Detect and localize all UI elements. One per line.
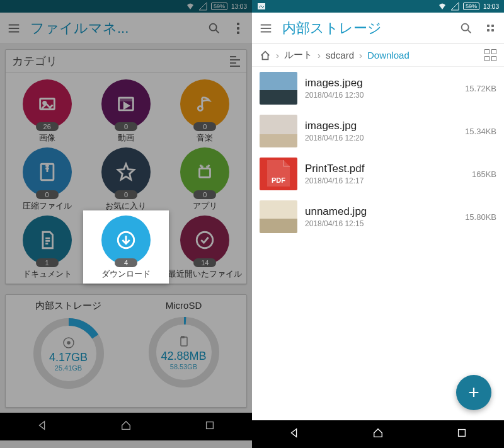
category-android[interactable]: 0 アプリ xyxy=(168,147,243,212)
svg-point-5 xyxy=(198,106,203,111)
app-bar-right: 内部ストレージ xyxy=(252,13,504,44)
status-bar: 59% 13:03 xyxy=(0,0,252,13)
grid-view-button[interactable] xyxy=(484,49,496,61)
storage-internal[interactable]: 内部ストレージ 4.17GB 25.41GB xyxy=(11,300,126,391)
storage-title: MicroSD xyxy=(166,300,202,311)
file-size: 165KB xyxy=(472,169,496,179)
home-icon[interactable] xyxy=(260,50,271,61)
category-label: ダウンロード xyxy=(101,268,151,280)
category-video[interactable]: 0 動画 xyxy=(88,79,163,144)
phone-left: 59% 13:03 ファイルマネ... カテゴリ 26 画像 0 動画 0 音楽… xyxy=(0,0,252,448)
svg-rect-18 xyxy=(181,337,187,346)
wifi-icon xyxy=(438,2,447,11)
signal-icon xyxy=(450,2,459,11)
file-list: images.jpeg 2018/04/16 12:30 15.72KB ima… xyxy=(252,67,504,420)
file-size: 15.72KB xyxy=(465,84,496,93)
home-button[interactable] xyxy=(372,427,384,441)
picture-icon xyxy=(257,2,266,11)
wifi-icon xyxy=(186,2,195,11)
nav-bar xyxy=(0,413,252,440)
category-doc[interactable]: 1 ドキュメント xyxy=(9,215,84,280)
file-thumb xyxy=(260,200,297,233)
category-recent[interactable]: 14 最近開いたファイル xyxy=(168,215,243,280)
category-count: 0 xyxy=(36,190,59,199)
category-count: 26 xyxy=(36,122,59,131)
chevron-icon: › xyxy=(318,50,321,60)
category-count: 1 xyxy=(36,258,59,267)
file-size: 15.80KB xyxy=(465,212,496,222)
storage-title: 内部ストレージ xyxy=(35,300,101,312)
file-thumb xyxy=(260,115,297,147)
category-count: 0 xyxy=(193,190,216,199)
svg-rect-20 xyxy=(207,422,214,429)
app-title: ファイルマネ... xyxy=(30,19,198,38)
svg-point-11 xyxy=(197,232,214,248)
file-size: 15.34KB xyxy=(465,127,496,136)
svg-rect-7 xyxy=(200,168,210,177)
category-label: 画像 xyxy=(39,132,55,144)
recent-button[interactable] xyxy=(456,427,467,441)
svg-rect-4 xyxy=(119,98,134,100)
time-label: 13:03 xyxy=(231,3,247,10)
category-label: アプリ xyxy=(193,200,217,212)
home-button[interactable] xyxy=(120,420,132,434)
search-button[interactable] xyxy=(459,21,474,36)
back-button[interactable] xyxy=(37,420,48,434)
phone-right: 59% 13:03 内部ストレージ › ルート › sdcard › Downl… xyxy=(252,0,504,448)
file-name: images.jpeg xyxy=(305,77,457,89)
signal-icon xyxy=(198,2,207,11)
file-row[interactable]: unnamed.jpg 2018/04/16 12:15 15.80KB xyxy=(252,195,504,238)
crumb-root[interactable]: ルート xyxy=(284,49,312,61)
storage-sd[interactable]: MicroSD 42.88MB 58.53GB xyxy=(126,300,241,391)
file-name: PrintTest.pdf xyxy=(305,163,464,175)
category-count: 0 xyxy=(115,190,137,199)
crumb-sdcard[interactable]: sdcard xyxy=(326,50,354,60)
category-label: ドキュメント xyxy=(23,268,72,280)
storage-used: 4.17GB xyxy=(49,351,88,364)
search-button[interactable] xyxy=(207,21,222,36)
menu-button[interactable] xyxy=(6,21,21,36)
file-thumb: PDF xyxy=(260,158,297,190)
category-image[interactable]: 26 画像 xyxy=(9,79,84,144)
storage-panel: 内部ストレージ 4.17GB 25.41GB MicroSD 42.88MB 5… xyxy=(5,294,247,408)
battery-label: 59% xyxy=(463,3,479,10)
nav-bar xyxy=(252,420,504,448)
file-row[interactable]: PDF PrintTest.pdf 2018/04/16 12:17 165KB xyxy=(252,152,504,195)
crumb-current[interactable]: Download xyxy=(367,50,410,60)
category-label: 動画 xyxy=(118,132,134,144)
file-row[interactable]: images.jpg 2018/04/16 12:20 15.34KB xyxy=(252,110,504,152)
breadcrumb: › ルート › sdcard › Download xyxy=(252,44,504,67)
fab-add-button[interactable]: + xyxy=(456,375,491,410)
category-label: 最近開いたファイル xyxy=(168,268,242,280)
category-panel: カテゴリ 26 画像 0 動画 0 音楽 0 圧縮ファイル 0 お気に入り 0 … xyxy=(5,49,247,284)
svg-point-0 xyxy=(210,23,217,30)
more-button[interactable] xyxy=(231,21,246,36)
chevron-icon: › xyxy=(359,50,362,60)
file-thumb xyxy=(260,72,297,105)
category-music[interactable]: 0 音楽 xyxy=(168,79,243,144)
category-star[interactable]: 0 お気に入り xyxy=(88,147,163,212)
file-row[interactable]: images.jpeg 2018/04/16 12:30 15.72KB xyxy=(252,67,504,110)
category-zip[interactable]: 0 圧縮ファイル xyxy=(9,147,84,212)
list-view-icon[interactable] xyxy=(230,56,240,67)
svg-point-15 xyxy=(67,342,70,344)
back-button[interactable] xyxy=(289,427,300,441)
category-label: 圧縮ファイル xyxy=(23,200,72,212)
storage-used: 42.88MB xyxy=(161,350,206,363)
chevron-icon: › xyxy=(276,50,279,60)
svg-rect-23 xyxy=(459,430,466,437)
menu-button[interactable] xyxy=(258,21,273,36)
file-name: images.jpg xyxy=(305,120,457,132)
file-date: 2018/04/16 12:15 xyxy=(305,219,457,228)
category-download[interactable]: 4 ダウンロード xyxy=(88,215,163,280)
status-bar: 59% 13:03 xyxy=(252,0,504,13)
category-count: 0 xyxy=(193,122,216,131)
time-label: 13:03 xyxy=(483,3,499,10)
file-name: unnamed.jpg xyxy=(305,205,457,218)
more-button[interactable] xyxy=(483,21,498,36)
file-date: 2018/04/16 12:20 xyxy=(305,134,457,142)
storage-total: 58.53GB xyxy=(170,363,197,370)
recent-button[interactable] xyxy=(204,420,215,434)
app-bar-left: ファイルマネ... xyxy=(0,13,252,44)
battery-label: 59% xyxy=(211,3,227,10)
